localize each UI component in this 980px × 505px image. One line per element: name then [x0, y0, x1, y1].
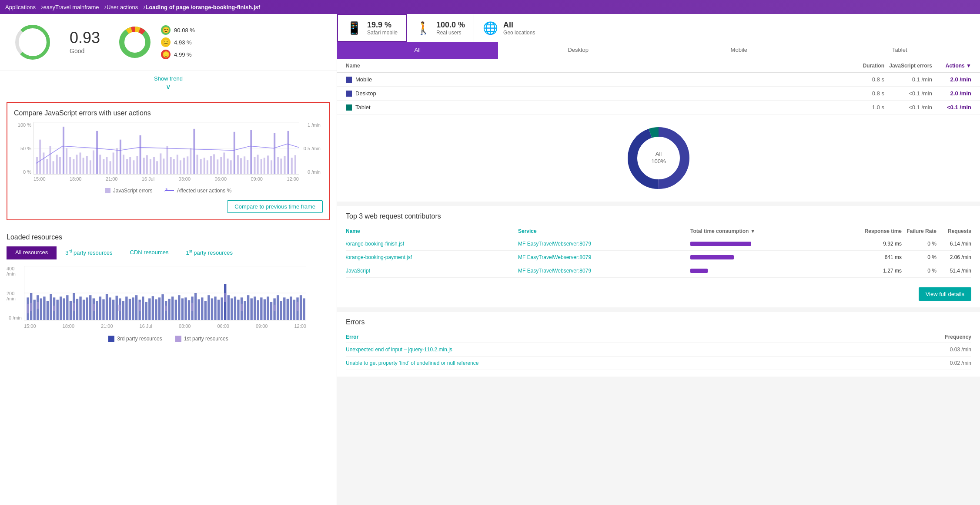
breadcrumb-item-loading[interactable]: Loading of page /orange-booking-finish.j…	[145, 4, 260, 10]
svg-rect-103	[76, 299, 78, 320]
tab-desktop[interactable]: Desktop	[498, 42, 659, 59]
svg-rect-152	[237, 300, 239, 320]
score-label: Good	[70, 47, 100, 54]
svg-rect-11	[46, 159, 48, 174]
device-breakdown-table: Name Duration JavaScript errors Actions …	[337, 59, 980, 114]
svg-rect-169	[293, 300, 295, 320]
svg-rect-179	[118, 305, 120, 311]
svg-rect-83	[288, 131, 289, 174]
web-row-service-1[interactable]: MF EasyTravelWebserver:8079	[518, 254, 690, 260]
tab-3rd-party-resources[interactable]: 3rd party resources	[57, 246, 121, 259]
svg-rect-54	[190, 148, 191, 175]
web-row: JavaScript MF EasyTravelWebserver:8079 1…	[346, 264, 971, 278]
tab-mobile[interactable]: Mobile	[659, 42, 819, 59]
resource-chart: 400 /min 200 /min 0 /min	[7, 266, 330, 331]
tablet-jserror: <0.1 /min	[884, 104, 932, 111]
web-row-service-0[interactable]: MF EasyTravelWebserver:8079	[518, 241, 690, 247]
svg-rect-105	[83, 300, 85, 320]
compare-to-previous-button[interactable]: Compare to previous time frame	[227, 200, 323, 213]
freq-0: 0.03 /min	[932, 347, 971, 353]
svg-rect-17	[66, 148, 67, 175]
web-row-fail-0: 0 %	[902, 241, 937, 247]
svg-rect-110	[99, 297, 101, 320]
freq-1: 0.02 /min	[932, 360, 971, 366]
web-row-name-0[interactable]: /orange-booking-finish.jsf	[346, 241, 518, 247]
svg-rect-73	[254, 157, 255, 174]
tab-cdn-resources[interactable]: CDN resources	[121, 246, 177, 259]
breadcrumb-item-applications[interactable]: Applications	[5, 3, 43, 11]
donut-legend: 😊 90.08 % 😐 4.93 % 😞 4.99 %	[161, 25, 195, 59]
frustrated-icon: 😞	[161, 50, 171, 59]
svg-rect-136	[184, 298, 187, 320]
web-row-service-2[interactable]: MF EasyTravelWebserver:8079	[518, 268, 690, 274]
svg-rect-82	[284, 156, 285, 174]
svg-rect-33	[120, 140, 121, 174]
error-col-header: Error	[346, 334, 932, 340]
svg-rect-117	[122, 301, 124, 320]
error-1[interactable]: Unable to get property 'find' of undefin…	[346, 360, 932, 366]
svg-rect-142	[204, 301, 207, 320]
svg-rect-111	[102, 300, 104, 320]
legend-frustrated: 😞 4.99 %	[161, 50, 195, 59]
tablet-color-box	[346, 104, 352, 111]
third-party-icon	[108, 336, 114, 342]
mobile-name: Mobile	[355, 76, 372, 83]
svg-rect-79	[274, 133, 275, 174]
svg-rect-63	[220, 157, 222, 174]
svg-rect-120	[132, 298, 134, 320]
errors-section: Errors Error Frequency Unexpected end of…	[337, 312, 980, 377]
breadcrumb-item-user-actions[interactable]: User actions	[107, 3, 146, 11]
svg-text:All: All	[656, 151, 662, 157]
header-name: Name	[346, 63, 845, 69]
table-row: Desktop 0.8 s <0.1 /min 2.0 /min	[337, 87, 980, 101]
svg-rect-78	[271, 160, 272, 174]
svg-rect-85	[294, 155, 296, 174]
svg-rect-159	[260, 298, 262, 320]
svg-rect-40	[143, 158, 145, 174]
web-row-name-2[interactable]: JavaScript	[346, 268, 518, 274]
breadcrumb-item-easytravel[interactable]: easyTravel mainframe	[43, 3, 106, 11]
svg-rect-115	[116, 296, 118, 320]
svg-rect-127	[155, 300, 157, 320]
svg-rect-123	[142, 297, 144, 320]
tab-all-resources[interactable]: All resources	[7, 246, 57, 259]
score-info: 0.93 Good	[70, 30, 100, 54]
header-duration: Duration	[845, 63, 884, 69]
filter-real-users[interactable]: 🚶 100.0 % Real users	[407, 14, 474, 42]
svg-rect-125	[148, 299, 151, 320]
svg-rect-76	[264, 158, 265, 174]
svg-rect-180	[138, 302, 140, 311]
resource-x-labels: 15:00 18:00 21:00 16 Jul 03:00 06:00 09:…	[24, 320, 306, 331]
desktop-color-box	[346, 91, 352, 97]
tab-tablet[interactable]: Tablet	[819, 42, 980, 59]
svg-rect-144	[211, 299, 213, 320]
svg-rect-158	[257, 300, 259, 320]
svg-rect-28	[103, 159, 104, 174]
svg-rect-160	[264, 300, 266, 320]
resource-tabs: All resources 3rd party resources CDN re…	[7, 246, 330, 259]
svg-rect-67	[234, 132, 235, 174]
svg-rect-10	[43, 152, 44, 174]
error-0[interactable]: Unexpected end of input – jquery-110.2.m…	[346, 347, 932, 353]
freq-col-header: Frequency	[932, 334, 971, 340]
donut-chart	[117, 25, 152, 60]
svg-rect-81	[280, 158, 282, 174]
web-row-name-1[interactable]: /orange-booking-payment.jsf	[346, 254, 518, 260]
web-row: /orange-booking-finish.jsf MF EasyTravel…	[346, 237, 971, 251]
filter-geo-locations[interactable]: 🌐 All Geo locations	[474, 14, 544, 42]
svg-rect-44	[156, 161, 158, 174]
svg-rect-84	[291, 158, 293, 174]
svg-rect-146	[217, 300, 220, 320]
filter-safari-mobile[interactable]: 📱 19.9 % Safari mobile	[337, 14, 407, 42]
tab-1st-party-resources[interactable]: 1st party resources	[177, 246, 241, 259]
show-trend-link[interactable]: Show trend	[4, 75, 332, 82]
real-users-label: Real users	[436, 30, 465, 36]
svg-rect-100	[66, 295, 68, 320]
tab-all[interactable]: All	[337, 42, 498, 59]
resource-chart-inner	[24, 266, 306, 320]
wcol-service-header: Service	[518, 228, 690, 234]
time-bar-0	[690, 242, 751, 246]
mobile-color-box	[346, 77, 352, 83]
view-full-details-button[interactable]: View full details	[919, 287, 971, 301]
svg-rect-171	[300, 295, 302, 320]
